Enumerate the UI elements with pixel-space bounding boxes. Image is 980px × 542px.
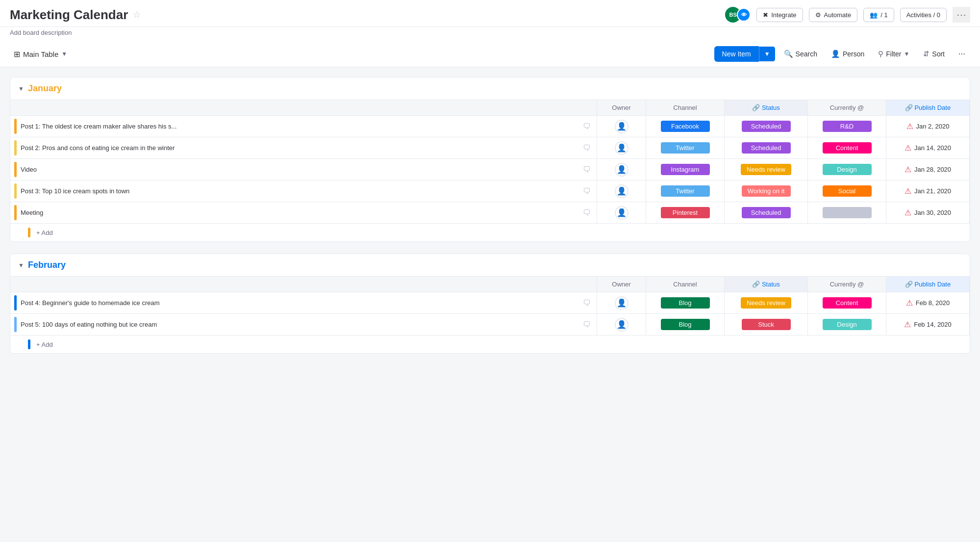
cell-channel[interactable]: Pinterest <box>646 202 725 223</box>
group-title[interactable]: January <box>28 83 62 94</box>
date-cell: ⚠ Jan 30, 2020 <box>905 208 951 217</box>
cell-date[interactable]: ⚠ Jan 28, 2020 <box>886 159 970 180</box>
cell-status[interactable]: Scheduled <box>725 202 808 223</box>
cell-status[interactable]: Scheduled <box>725 116 808 137</box>
cell-status[interactable]: Working on it <box>725 181 808 202</box>
cell-name: Post 2: Pros and cons of eating ice crea… <box>10 137 597 158</box>
cell-date[interactable]: ⚠ Jan 2, 2020 <box>886 116 970 137</box>
cell-name: Post 5: 100 days of eating nothing but i… <box>10 314 597 335</box>
status-badge: Scheduled <box>742 207 791 218</box>
main-table-label: Main Table <box>23 50 58 58</box>
table-row[interactable]: Post 4: Beginner's guide to homemade ice… <box>10 292 970 314</box>
cell-channel[interactable]: Instagram <box>646 159 725 180</box>
group-title[interactable]: February <box>28 260 66 270</box>
board-description[interactable]: Add board description <box>0 27 980 41</box>
toolbar-more-button[interactable]: ⋯ <box>954 47 970 61</box>
cell-status[interactable]: Needs review <box>725 159 808 180</box>
toolbar: ⊞ Main Table ▼ New Item ▼ 🔍 Search 👤 Per… <box>0 41 980 67</box>
cell-currently[interactable]: Content <box>808 137 886 158</box>
cell-currently[interactable] <box>808 202 886 223</box>
col-header-name <box>10 277 597 292</box>
group-chevron-icon[interactable]: ▼ <box>18 262 24 269</box>
col-header-publish: 🔗 Publish Date <box>886 277 970 292</box>
cell-date[interactable]: ⚠ Jan 30, 2020 <box>886 202 970 223</box>
table-row[interactable]: Post 5: 100 days of eating nothing but i… <box>10 314 970 336</box>
filter-label: Filter <box>886 50 901 58</box>
star-icon[interactable]: ☆ <box>133 9 141 20</box>
cell-channel[interactable]: Blog <box>646 292 725 313</box>
channel-badge: Blog <box>661 297 710 309</box>
new-item-main-button[interactable]: New Item <box>714 46 759 62</box>
activities-button[interactable]: Activities / 0 <box>900 8 947 22</box>
search-button[interactable]: 🔍 Search <box>779 47 822 61</box>
add-row-button[interactable]: + Add <box>10 336 970 353</box>
search-icon: 🔍 <box>784 50 793 58</box>
comment-icon[interactable]: 🗨 <box>583 144 591 153</box>
header-actions: BS 👁 ✖ Integrate ⚙ Automate 👥 / 1 Activi… <box>725 7 970 23</box>
channel-badge: Twitter <box>661 142 710 154</box>
chevron-down-icon: ▼ <box>61 51 67 57</box>
cell-date[interactable]: ⚠ Feb 14, 2020 <box>886 314 970 335</box>
person-label: Person <box>843 50 864 58</box>
table-row[interactable]: Post 1: The oldest ice cream maker alive… <box>10 116 970 137</box>
cell-status[interactable]: Scheduled <box>725 137 808 158</box>
add-row-button[interactable]: + Add <box>10 224 970 241</box>
person-button[interactable]: 👤 Person <box>826 47 869 61</box>
cell-status[interactable]: Stuck <box>725 314 808 335</box>
col-header-currently: Currently @ <box>808 277 886 292</box>
cell-status[interactable]: Needs review <box>725 292 808 313</box>
cell-date[interactable]: ⚠ Jan 21, 2020 <box>886 181 970 202</box>
cell-channel[interactable]: Twitter <box>646 137 725 158</box>
new-item-dropdown-button[interactable]: ▼ <box>759 47 775 61</box>
table-row[interactable]: Meeting 🗨 👤 Pinterest Scheduled ⚠ Jan 30… <box>10 202 970 224</box>
cell-currently[interactable]: Content <box>808 292 886 313</box>
owner-avatar: 👤 <box>615 184 628 198</box>
integrate-button[interactable]: ✖ Integrate <box>756 8 803 22</box>
header-more-button[interactable]: ⋯ <box>953 7 970 23</box>
cell-channel[interactable]: Facebook <box>646 116 725 137</box>
comment-icon[interactable]: 🗨 <box>583 165 591 174</box>
group-february: ▼ February OwnerChannel🔗 StatusCurrently… <box>10 254 970 354</box>
members-icon: 👥 <box>870 11 878 19</box>
col-header-name <box>10 100 597 115</box>
group-chevron-icon[interactable]: ▼ <box>18 85 24 92</box>
table-row[interactable]: Post 3: Top 10 ice cream spots in town 🗨… <box>10 181 970 202</box>
comment-icon[interactable]: 🗨 <box>583 299 591 308</box>
status-badge: Needs review <box>741 297 791 309</box>
automate-button[interactable]: ⚙ Automate <box>809 8 858 22</box>
new-item-button-group: New Item ▼ <box>714 46 775 62</box>
comment-icon[interactable]: 🗨 <box>583 208 591 217</box>
cell-currently[interactable]: R&D <box>808 116 886 137</box>
comment-icon[interactable]: 🗨 <box>583 122 591 131</box>
members-button[interactable]: 👥 / 1 <box>863 8 894 22</box>
add-row-bar <box>28 228 30 237</box>
date-cell: ⚠ Jan 21, 2020 <box>905 186 951 196</box>
cell-currently[interactable]: Social <box>808 181 886 202</box>
cell-channel[interactable]: Blog <box>646 314 725 335</box>
group-january: ▼ January OwnerChannel🔗 StatusCurrently … <box>10 77 970 242</box>
cell-currently[interactable]: Design <box>808 314 886 335</box>
sort-button[interactable]: ⇵ Sort <box>918 47 950 61</box>
col-header-channel: Channel <box>646 100 725 115</box>
col-header-publish: 🔗 Publish Date <box>886 100 970 115</box>
cell-date[interactable]: ⚠ Jan 14, 2020 <box>886 137 970 158</box>
cell-owner: 👤 <box>597 137 646 158</box>
comment-icon[interactable]: 🗨 <box>583 187 591 196</box>
cell-date[interactable]: ⚠ Feb 8, 2020 <box>886 292 970 313</box>
cell-channel[interactable]: Twitter <box>646 181 725 202</box>
channel-badge: Instagram <box>661 164 710 175</box>
date-cell: ⚠ Feb 8, 2020 <box>906 298 950 308</box>
cell-currently[interactable]: Design <box>808 159 886 180</box>
col-header-currently: Currently @ <box>808 100 886 115</box>
cell-owner: 👤 <box>597 202 646 223</box>
owner-avatar: 👤 <box>615 141 628 155</box>
table-row[interactable]: Post 2: Pros and cons of eating ice crea… <box>10 137 970 159</box>
table-row[interactable]: Video 🗨 👤 Instagram Needs review Design … <box>10 159 970 181</box>
item-text: Post 3: Top 10 ice cream spots in town <box>21 187 577 195</box>
item-text: Video <box>21 166 577 173</box>
cell-name: Meeting 🗨 <box>10 202 597 223</box>
comment-icon[interactable]: 🗨 <box>583 320 591 329</box>
date-text: Feb 8, 2020 <box>916 299 950 307</box>
filter-button[interactable]: ⚲ Filter ▼ <box>873 47 914 61</box>
main-table-button[interactable]: ⊞ Main Table ▼ <box>10 48 71 61</box>
